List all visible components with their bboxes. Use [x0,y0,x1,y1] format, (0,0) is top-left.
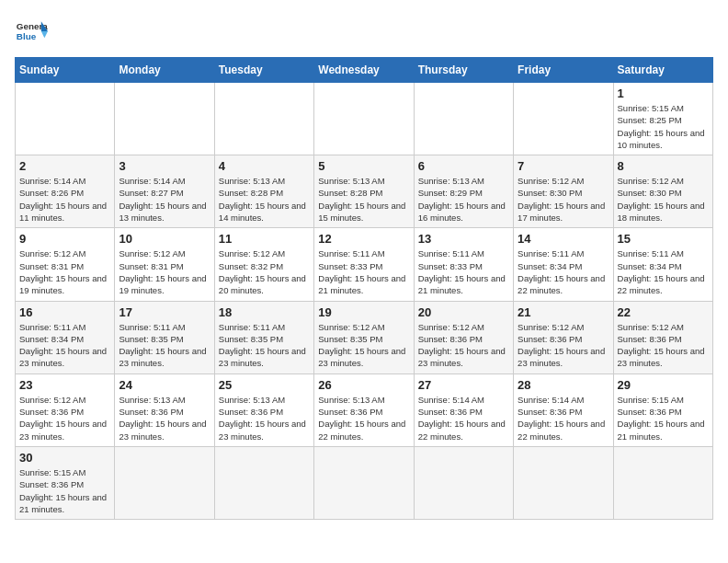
day-info: Sunrise: 5:11 AM Sunset: 8:35 PM Dayligh… [119,321,210,370]
day-info: Sunrise: 5:12 AM Sunset: 8:30 PM Dayligh… [518,175,609,224]
calendar-week-6: 30Sunrise: 5:15 AM Sunset: 8:36 PM Dayli… [16,446,713,519]
day-info: Sunrise: 5:11 AM Sunset: 8:35 PM Dayligh… [219,321,310,370]
day-info: Sunrise: 5:11 AM Sunset: 8:33 PM Dayligh… [318,247,409,296]
day-info: Sunrise: 5:14 AM Sunset: 8:27 PM Dayligh… [119,175,210,224]
day-number: 14 [518,232,609,246]
calendar-day [115,83,214,155]
calendar-week-2: 2Sunrise: 5:14 AM Sunset: 8:26 PM Daylig… [16,155,713,228]
day-number: 10 [119,232,210,246]
day-number: 9 [19,232,110,246]
weekday-header-thursday: Thursday [414,58,513,83]
day-number: 4 [219,159,310,173]
calendar-day: 18Sunrise: 5:11 AM Sunset: 8:35 PM Dayli… [214,301,313,373]
calendar-week-5: 23Sunrise: 5:12 AM Sunset: 8:36 PM Dayli… [16,373,713,446]
day-info: Sunrise: 5:15 AM Sunset: 8:36 PM Dayligh… [618,394,709,442]
calendar-day: 24Sunrise: 5:13 AM Sunset: 8:36 PM Dayli… [115,373,214,446]
calendar-day [414,446,513,519]
day-info: Sunrise: 5:12 AM Sunset: 8:36 PM Dayligh… [618,321,709,370]
calendar-day: 29Sunrise: 5:15 AM Sunset: 8:36 PM Dayli… [613,373,712,446]
svg-marker-3 [41,31,48,38]
day-info: Sunrise: 5:12 AM Sunset: 8:36 PM Dayligh… [19,394,110,442]
calendar-day: 9Sunrise: 5:12 AM Sunset: 8:31 PM Daylig… [16,228,115,301]
calendar-day: 10Sunrise: 5:12 AM Sunset: 8:31 PM Dayli… [115,228,214,301]
day-number: 1 [618,86,709,100]
day-number: 29 [618,378,709,392]
day-number: 16 [19,305,110,319]
day-number: 30 [19,451,110,465]
day-number: 20 [418,305,509,319]
weekday-header-friday: Friday [514,58,613,83]
svg-text:Blue: Blue [17,31,37,41]
calendar-day [514,83,613,155]
calendar-day: 23Sunrise: 5:12 AM Sunset: 8:36 PM Dayli… [16,373,115,446]
day-info: Sunrise: 5:11 AM Sunset: 8:34 PM Dayligh… [518,247,609,296]
calendar-day: 14Sunrise: 5:11 AM Sunset: 8:34 PM Dayli… [514,228,613,301]
day-number: 23 [19,378,110,392]
day-number: 15 [618,232,709,246]
day-number: 13 [418,232,509,246]
calendar-body: 1Sunrise: 5:15 AM Sunset: 8:25 PM Daylig… [16,83,713,520]
day-info: Sunrise: 5:13 AM Sunset: 8:28 PM Dayligh… [219,175,310,224]
calendar-day: 22Sunrise: 5:12 AM Sunset: 8:36 PM Dayli… [613,301,712,373]
day-number: 28 [518,378,609,392]
calendar-day: 4Sunrise: 5:13 AM Sunset: 8:28 PM Daylig… [214,155,313,228]
calendar-day: 17Sunrise: 5:11 AM Sunset: 8:35 PM Dayli… [115,301,214,373]
day-info: Sunrise: 5:13 AM Sunset: 8:36 PM Dayligh… [318,394,409,442]
day-number: 11 [219,232,310,246]
weekday-header-row: SundayMondayTuesdayWednesdayThursdayFrid… [16,58,713,83]
calendar-day: 26Sunrise: 5:13 AM Sunset: 8:36 PM Dayli… [314,373,414,446]
day-info: Sunrise: 5:12 AM Sunset: 8:31 PM Dayligh… [19,247,110,296]
calendar-day [414,83,513,155]
calendar-day: 2Sunrise: 5:14 AM Sunset: 8:26 PM Daylig… [16,155,115,228]
day-info: Sunrise: 5:14 AM Sunset: 8:36 PM Dayligh… [418,394,509,442]
day-info: Sunrise: 5:13 AM Sunset: 8:36 PM Dayligh… [219,394,310,442]
day-number: 18 [219,305,310,319]
weekday-header-sunday: Sunday [16,58,115,83]
calendar-day: 11Sunrise: 5:12 AM Sunset: 8:32 PM Dayli… [214,228,313,301]
calendar-day: 5Sunrise: 5:13 AM Sunset: 8:28 PM Daylig… [314,155,414,228]
logo: General Blue [15,15,48,48]
calendar-table: SundayMondayTuesdayWednesdayThursdayFrid… [15,57,713,520]
calendar-day [514,446,613,519]
calendar-day: 3Sunrise: 5:14 AM Sunset: 8:27 PM Daylig… [115,155,214,228]
calendar-day: 28Sunrise: 5:14 AM Sunset: 8:36 PM Dayli… [514,373,613,446]
calendar-day: 20Sunrise: 5:12 AM Sunset: 8:36 PM Dayli… [414,301,513,373]
weekday-header-wednesday: Wednesday [314,58,414,83]
calendar-day: 27Sunrise: 5:14 AM Sunset: 8:36 PM Dayli… [414,373,513,446]
day-info: Sunrise: 5:11 AM Sunset: 8:34 PM Dayligh… [618,247,709,296]
calendar-day [115,446,214,519]
day-number: 21 [518,305,609,319]
day-number: 24 [119,378,210,392]
calendar-week-3: 9Sunrise: 5:12 AM Sunset: 8:31 PM Daylig… [16,228,713,301]
calendar-day: 19Sunrise: 5:12 AM Sunset: 8:35 PM Dayli… [314,301,414,373]
day-info: Sunrise: 5:14 AM Sunset: 8:26 PM Dayligh… [19,175,110,224]
day-info: Sunrise: 5:12 AM Sunset: 8:35 PM Dayligh… [318,321,409,370]
day-info: Sunrise: 5:12 AM Sunset: 8:32 PM Dayligh… [219,247,310,296]
calendar-week-4: 16Sunrise: 5:11 AM Sunset: 8:34 PM Dayli… [16,301,713,373]
day-info: Sunrise: 5:15 AM Sunset: 8:36 PM Dayligh… [19,466,110,515]
calendar-day: 13Sunrise: 5:11 AM Sunset: 8:33 PM Dayli… [414,228,513,301]
day-number: 7 [518,159,609,173]
day-number: 25 [219,378,310,392]
page-header: General Blue [15,15,713,48]
day-info: Sunrise: 5:14 AM Sunset: 8:36 PM Dayligh… [518,394,609,442]
day-number: 19 [318,305,409,319]
day-number: 17 [119,305,210,319]
calendar-day: 21Sunrise: 5:12 AM Sunset: 8:36 PM Dayli… [514,301,613,373]
weekday-header-saturday: Saturday [613,58,712,83]
weekday-header-tuesday: Tuesday [214,58,313,83]
day-info: Sunrise: 5:13 AM Sunset: 8:28 PM Dayligh… [318,175,409,224]
day-info: Sunrise: 5:13 AM Sunset: 8:29 PM Dayligh… [418,175,509,224]
calendar-day [314,83,414,155]
calendar-day: 15Sunrise: 5:11 AM Sunset: 8:34 PM Dayli… [613,228,712,301]
day-info: Sunrise: 5:11 AM Sunset: 8:34 PM Dayligh… [19,321,110,370]
day-info: Sunrise: 5:12 AM Sunset: 8:30 PM Dayligh… [618,175,709,224]
day-number: 2 [19,159,110,173]
day-info: Sunrise: 5:13 AM Sunset: 8:36 PM Dayligh… [119,394,210,442]
day-number: 8 [618,159,709,173]
calendar-day [314,446,414,519]
calendar-day: 1Sunrise: 5:15 AM Sunset: 8:25 PM Daylig… [613,83,712,155]
weekday-header-monday: Monday [115,58,214,83]
day-info: Sunrise: 5:15 AM Sunset: 8:25 PM Dayligh… [618,102,709,151]
day-number: 6 [418,159,509,173]
